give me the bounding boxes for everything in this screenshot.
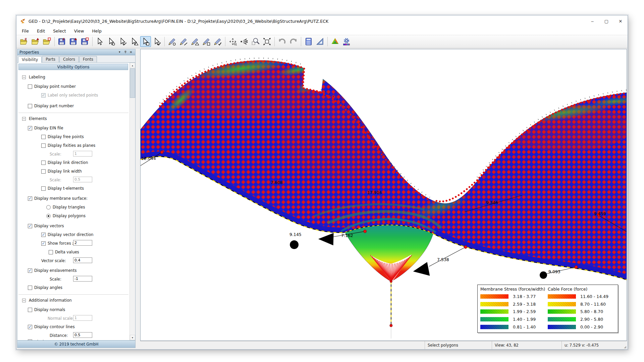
- tab-fonts[interactable]: Fonts: [79, 56, 97, 62]
- open-file-square-button[interactable]: [42, 36, 52, 47]
- draw-polygons-button[interactable]: [201, 36, 212, 47]
- select-tool-button[interactable]: [95, 36, 105, 47]
- radio-display-triangles[interactable]: [46, 205, 51, 209]
- status-filler: [140, 341, 425, 349]
- checkbox-display-normals[interactable]: [28, 308, 32, 312]
- select-triangles-button[interactable]: [129, 36, 140, 47]
- legend-swatch: [480, 294, 508, 299]
- scroll-down-icon[interactable]: ▼: [130, 335, 135, 340]
- close-button[interactable]: ✕: [613, 15, 628, 27]
- toolbar-separator: [225, 37, 225, 46]
- input-distance[interactable]: [73, 332, 92, 338]
- input-scale[interactable]: [73, 151, 92, 157]
- group-label: Additional information: [29, 298, 72, 303]
- checkbox-display-part-number[interactable]: [28, 104, 32, 108]
- collapse-icon[interactable]: −: [22, 117, 26, 121]
- anchor-ball-1: [290, 240, 299, 249]
- open-file-triangle-button[interactable]: [30, 36, 41, 47]
- checkbox-display-ein-file[interactable]: ✓: [28, 126, 32, 130]
- panel-dropdown-button[interactable]: ▼: [117, 50, 122, 55]
- maximize-button[interactable]: ▢: [599, 15, 613, 27]
- legend-swatch: [480, 309, 508, 314]
- input-scale[interactable]: [73, 177, 92, 182]
- undo-button[interactable]: [277, 36, 287, 47]
- pin-icon[interactable]: [122, 50, 128, 55]
- tab-parts[interactable]: Parts: [42, 56, 59, 62]
- checkbox-display-contour-lines[interactable]: ✓: [28, 325, 32, 329]
- row-display-vectors: ✓Display vectors: [17, 222, 129, 230]
- checkbox-display-membrane-surface[interactable]: ✓: [28, 196, 32, 201]
- row-display-normals: Display normals: [17, 305, 129, 314]
- legend-range: 11.60 - 14.49: [580, 294, 608, 299]
- zoom-window-button[interactable]: [250, 36, 261, 47]
- pencil-check-icon: [213, 37, 222, 46]
- select-polygons-button[interactable]: [140, 36, 151, 47]
- checkbox-label-only-selected-points[interactable]: ✓: [41, 93, 46, 98]
- input-show-forces[interactable]: [73, 240, 92, 246]
- measure-button[interactable]: [315, 36, 325, 47]
- checkbox-display-link-direction[interactable]: [41, 161, 46, 165]
- checkbox-show-forces[interactable]: ✓: [41, 241, 46, 246]
- checkbox-display[interactable]: [28, 340, 32, 340]
- select-cables-button[interactable]: [152, 36, 162, 47]
- floppy-tri-icon: [69, 37, 78, 46]
- open-file-hash-button[interactable]: #: [19, 36, 30, 47]
- collapse-icon[interactable]: −: [22, 299, 26, 302]
- drawing-canvas[interactable]: 12.0447.60817.9169.3469.4599.1457.1627.5…: [140, 49, 627, 341]
- legend-swatch: [548, 294, 576, 299]
- draw-lines-button[interactable]: [178, 36, 189, 47]
- pan-rotate-zoom-button[interactable]: [227, 36, 238, 47]
- checkbox-delta-values[interactable]: [49, 250, 53, 254]
- resize-grip[interactable]: ◢: [621, 341, 627, 349]
- select-lines-button[interactable]: [117, 36, 128, 47]
- calculator-button[interactable]: [303, 36, 314, 47]
- checkbox-display-link-width[interactable]: [41, 169, 46, 174]
- checkbox-display-angles[interactable]: [28, 286, 32, 290]
- zoom-extents-button[interactable]: [262, 36, 272, 47]
- menu-select[interactable]: Select: [49, 27, 70, 35]
- checkbox-display-free-points[interactable]: [41, 135, 46, 139]
- checkbox-display-point-number[interactable]: [28, 84, 32, 89]
- menu-help[interactable]: Help: [88, 27, 106, 35]
- zoom-to-point-button[interactable]: [239, 36, 250, 47]
- gear-icon: [342, 37, 351, 46]
- save-file-square-button[interactable]: [79, 36, 90, 47]
- collapse-icon[interactable]: −: [22, 75, 26, 79]
- ridge-notch: [303, 68, 324, 92]
- checkbox-display-vector-direction[interactable]: ✓: [41, 233, 46, 237]
- display-settings-button[interactable]: [341, 36, 352, 47]
- menu-file[interactable]: File: [18, 27, 33, 35]
- properties-panel-header: Properties ▼ ✕: [17, 49, 135, 55]
- tab-visibility[interactable]: Visibility: [18, 56, 42, 63]
- toolbar: ##: [16, 35, 628, 48]
- input-normal-scale[interactable]: [73, 315, 92, 321]
- mesh-statistics-button[interactable]: [330, 36, 340, 47]
- tab-colors[interactable]: Colors: [59, 56, 79, 62]
- save-file-hash-button[interactable]: #: [57, 36, 67, 47]
- legend-row: 0.00 - 2.90: [548, 323, 615, 331]
- checkbox-display-vectors[interactable]: ✓: [28, 224, 32, 228]
- menu-view[interactable]: View: [70, 27, 88, 35]
- checkbox-display-t-elements[interactable]: [41, 186, 46, 191]
- checkbox-display-fixities-as-planes[interactable]: [41, 143, 46, 148]
- row-normal-scale: Normal scale:: [17, 314, 129, 322]
- minimize-button[interactable]: –: [585, 15, 599, 27]
- draw-cables-button[interactable]: [212, 36, 223, 47]
- app-window: GED - D:\2_Projekte\Easy\2020\03_26_Webs…: [16, 15, 628, 350]
- select-points-button[interactable]: [106, 36, 117, 47]
- scroll-up-icon[interactable]: ▲: [130, 63, 135, 68]
- scrollbar-thumb[interactable]: [130, 68, 135, 98]
- draw-points-button[interactable]: [167, 36, 177, 47]
- input-vector-scale[interactable]: [73, 257, 92, 263]
- input-scale[interactable]: [73, 276, 92, 282]
- panel-scrollbar[interactable]: ▲ ▼: [129, 63, 135, 340]
- checkbox-display-enslavements[interactable]: ✓: [28, 268, 32, 273]
- radio-display-polygons[interactable]: [46, 214, 51, 218]
- menu-edit[interactable]: Edit: [33, 27, 49, 35]
- save-file-triangle-button[interactable]: [68, 36, 79, 47]
- redo-button[interactable]: [288, 36, 299, 47]
- panel-close-button[interactable]: ✕: [128, 50, 134, 55]
- arrow-triangle-icon: [130, 37, 139, 46]
- legend-row: 3.18 - 3.77: [480, 293, 548, 300]
- draw-triangles-button[interactable]: [190, 36, 200, 47]
